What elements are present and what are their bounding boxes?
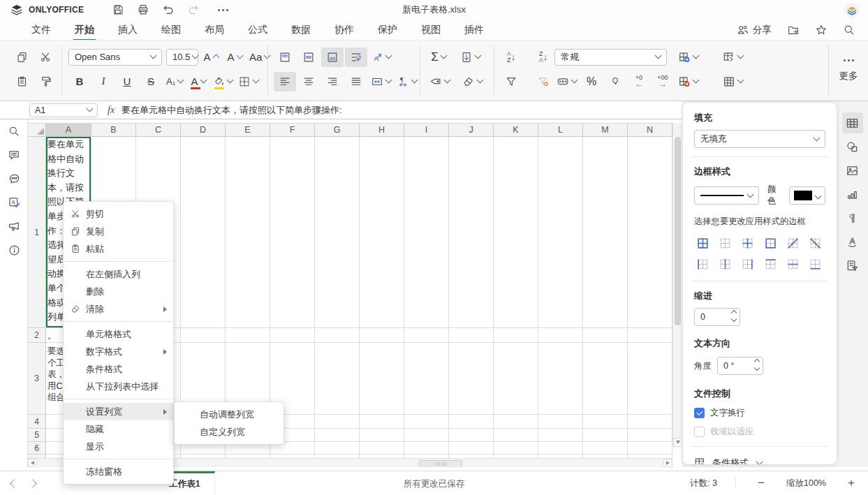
- no-borders-button[interactable]: [716, 235, 733, 251]
- context-menu-item-数字格式[interactable]: 数字格式: [64, 343, 173, 360]
- conditional-format-button[interactable]: 条件格式: [694, 457, 825, 464]
- customize-quick-access-button[interactable]: [208, 1, 229, 18]
- grid-cell[interactable]: [538, 328, 583, 343]
- italic-button[interactable]: I: [92, 72, 115, 91]
- column-header-K[interactable]: K: [494, 123, 538, 137]
- save-button[interactable]: [108, 1, 128, 18]
- outside-borders-button[interactable]: [762, 235, 779, 251]
- cond-format-toolbar-button[interactable]: [721, 47, 745, 67]
- grid-cell[interactable]: [538, 343, 583, 415]
- scroll-down-button[interactable]: [673, 438, 682, 447]
- grid-cell[interactable]: [449, 343, 494, 415]
- grid-cell[interactable]: [628, 343, 672, 415]
- scroll-left-button[interactable]: [28, 459, 37, 467]
- menu-tab-协作[interactable]: 协作: [323, 21, 366, 39]
- left-border-button[interactable]: [694, 256, 711, 272]
- column-header-A[interactable]: A: [46, 123, 91, 137]
- scroll-right-button[interactable]: [663, 459, 672, 467]
- print-button[interactable]: [133, 1, 154, 18]
- wrap-text-checkbox[interactable]: [694, 408, 705, 418]
- chart-settings-button[interactable]: [842, 184, 863, 205]
- menu-tab-视图[interactable]: 视图: [409, 21, 453, 39]
- decrease-font-button[interactable]: A: [223, 47, 246, 67]
- menu-tab-数据[interactable]: 数据: [279, 21, 323, 39]
- format-painter-button[interactable]: [35, 72, 57, 91]
- context-menu-item-剪切[interactable]: 剪切: [64, 205, 173, 223]
- chat-sidebar-button[interactable]: [0, 167, 28, 191]
- fill-down-button[interactable]: [458, 47, 483, 67]
- grid-cell[interactable]: [494, 442, 538, 455]
- grid-cell[interactable]: [628, 429, 672, 442]
- grid-cell[interactable]: [583, 343, 628, 415]
- orientation-button[interactable]: A: [369, 47, 393, 67]
- grid-cell[interactable]: [494, 415, 538, 429]
- grid-cell[interactable]: [628, 328, 672, 343]
- grid-cell[interactable]: [404, 442, 449, 455]
- inside-borders-button[interactable]: [740, 235, 756, 251]
- menu-tab-保护[interactable]: 保护: [366, 21, 409, 39]
- text-direction-button[interactable]: ¶: [395, 72, 419, 91]
- inside-vertical-button[interactable]: [716, 256, 733, 272]
- column-header-H[interactable]: H: [360, 123, 404, 137]
- column-header-M[interactable]: M: [583, 123, 628, 137]
- row-header-4[interactable]: 4: [28, 415, 46, 429]
- column-header-N[interactable]: N: [628, 123, 672, 137]
- row-header-3[interactable]: 3: [28, 343, 46, 415]
- more-button[interactable]: 更多: [828, 45, 868, 96]
- column-header-J[interactable]: J: [449, 123, 494, 137]
- grid-cell[interactable]: [538, 137, 583, 328]
- percent-style-button[interactable]: %: [580, 72, 603, 91]
- vertical-scrollbar-thumb[interactable]: [675, 137, 681, 325]
- shrink-checkbox[interactable]: [694, 427, 705, 437]
- grid-cell[interactable]: [449, 328, 494, 343]
- submenu-item-自定义列宽[interactable]: 自定义列宽: [175, 423, 284, 441]
- grid-cell[interactable]: [583, 429, 628, 442]
- column-header-L[interactable]: L: [538, 123, 583, 137]
- vertical-scrollbar[interactable]: [672, 123, 682, 447]
- autosum-button[interactable]: Σ: [427, 47, 450, 67]
- search-sidebar-button[interactable]: [0, 119, 28, 143]
- grid-cell[interactable]: [583, 328, 628, 343]
- grid-cell[interactable]: [360, 328, 404, 343]
- grid-cell[interactable]: [270, 137, 315, 328]
- grid-cell[interactable]: [494, 343, 538, 415]
- accounting-style-button[interactable]: [554, 72, 579, 91]
- context-menu-item-设置列宽[interactable]: 设置列宽: [64, 403, 173, 420]
- borders-button[interactable]: [236, 72, 260, 91]
- strikeout-button[interactable]: S: [140, 72, 162, 91]
- menu-tab-布局[interactable]: 布局: [193, 21, 236, 39]
- grid-cell[interactable]: [360, 343, 404, 415]
- grid-cell[interactable]: [449, 442, 494, 455]
- context-menu-item-显示[interactable]: 显示: [64, 438, 173, 455]
- grid-cell[interactable]: [583, 137, 628, 328]
- context-menu-item-粘贴[interactable]: 粘贴: [64, 240, 173, 258]
- grid-cell[interactable]: [315, 343, 360, 415]
- align-center-button[interactable]: [297, 72, 320, 91]
- font-color-button[interactable]: A: [187, 72, 209, 91]
- grid-cell[interactable]: [404, 137, 449, 328]
- menu-tab-开始[interactable]: 开始: [63, 21, 106, 39]
- grid-cell[interactable]: [404, 429, 449, 442]
- insert-cells-button[interactable]: [676, 47, 700, 67]
- grid-cell[interactable]: [583, 415, 628, 429]
- align-middle-button[interactable]: [297, 47, 320, 67]
- zoom-level[interactable]: 缩放100%: [786, 478, 826, 489]
- paste-button[interactable]: [11, 72, 34, 91]
- grid-cell[interactable]: [538, 442, 583, 455]
- image-settings-button[interactable]: [842, 160, 863, 181]
- column-header-C[interactable]: C: [136, 123, 181, 137]
- context-menu-item-单元格格式[interactable]: 单元格格式: [64, 325, 173, 343]
- submenu-item-自动调整列宽[interactable]: 自动调整列宽: [175, 406, 284, 423]
- row-header-2[interactable]: 2: [28, 328, 46, 343]
- context-menu-item-清除[interactable]: 清除: [64, 300, 173, 318]
- border-line-style-select[interactable]: [694, 186, 759, 205]
- grid-cell[interactable]: [628, 415, 672, 429]
- shape-settings-button[interactable]: [842, 136, 863, 157]
- column-header-B[interactable]: B: [91, 123, 136, 137]
- row-header-6[interactable]: 6: [28, 442, 46, 455]
- sort-descending-button[interactable]: ZA ↓: [532, 47, 554, 67]
- grid-cell[interactable]: [449, 137, 494, 328]
- all-borders-button[interactable]: [694, 235, 711, 251]
- context-menu-item-条件格式[interactable]: 条件格式: [64, 360, 173, 378]
- column-header-G[interactable]: G: [315, 123, 360, 137]
